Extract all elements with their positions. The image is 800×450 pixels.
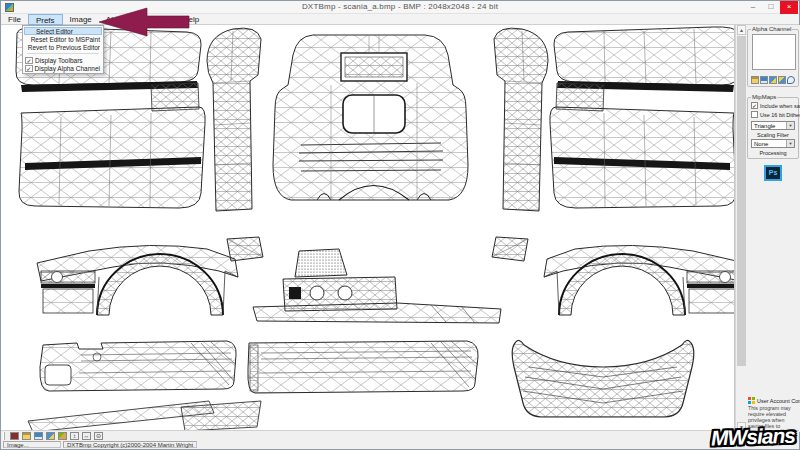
alpha-channel-group: Alpha Channel xyxy=(747,29,799,87)
menu-file[interactable]: File xyxy=(1,14,28,25)
minimize-button[interactable]: – xyxy=(744,1,762,14)
texture-canvas[interactable] xyxy=(1,25,735,432)
use-16bit-dither-row[interactable]: Use 16 bit Dither xyxy=(751,111,796,118)
menu-item-reset-editor[interactable]: Reset Editor to MSPaint xyxy=(24,35,102,43)
menu-item-select-editor[interactable]: Select Editor xyxy=(24,27,102,35)
swap-horizontal-icon[interactable]: ↔ xyxy=(82,432,91,440)
mipmaps-group: MipMaps ✓ Include when saving Use 16 bit… xyxy=(747,97,799,159)
status-image-panel: Image... xyxy=(3,441,61,448)
chevron-down-icon[interactable]: ▼ xyxy=(786,140,794,147)
menu-separator xyxy=(27,53,99,54)
status-copyright-panel: DXTBmp Copyright (c)2000-2004 Martin Wri… xyxy=(63,441,197,448)
scroll-up-icon[interactable]: ▲ xyxy=(737,25,746,35)
processing-label: Processing xyxy=(748,150,798,156)
maximize-button[interactable]: □ xyxy=(762,1,780,14)
checkmark-icon: ✓ xyxy=(25,57,33,64)
save-file-icon[interactable] xyxy=(34,432,43,440)
close-button[interactable]: × xyxy=(780,1,798,14)
checkbox-checked-icon[interactable]: ✓ xyxy=(751,102,758,109)
scaling-filter-label: Scaling Filter xyxy=(748,132,798,138)
prefs-dropdown-menu: Select Editor Reset Editor to MSPaint Re… xyxy=(22,25,104,74)
menu-image[interactable]: Image xyxy=(63,14,99,25)
scrollbar-thumb[interactable] xyxy=(737,36,746,366)
toolbar-grip[interactable] xyxy=(3,432,5,440)
open-file-icon[interactable] xyxy=(22,432,31,440)
include-when-saving-row[interactable]: ✓ Include when saving xyxy=(751,102,796,109)
dxtbmp-app-icon[interactable] xyxy=(10,432,19,440)
import-alpha-icon[interactable] xyxy=(769,76,777,84)
view-alpha-icon[interactable] xyxy=(787,76,795,84)
chevron-down-icon[interactable]: ▼ xyxy=(786,122,794,129)
menu-item-display-toolbars[interactable]: ✓ Display Toolbars xyxy=(24,56,102,64)
zoom-view-icon[interactable]: ⊙ xyxy=(94,432,103,440)
bottom-toolbar: ↕ ↔ ⊙ xyxy=(1,430,799,440)
scaling-filter-select[interactable]: None ▼ xyxy=(751,139,795,148)
alpha-channel-thumbnail[interactable] xyxy=(752,34,796,70)
menu-item-display-alpha-channel[interactable]: ✓ Display Alpha Channel xyxy=(24,64,102,72)
menu-item-revert-editor[interactable]: Revert to Previous Editor xyxy=(24,43,102,51)
uv-wireframe-drawing xyxy=(1,25,735,432)
open-alpha-icon[interactable] xyxy=(751,76,759,84)
export-alpha-icon[interactable] xyxy=(778,76,786,84)
checkbox-unchecked-icon[interactable] xyxy=(751,111,758,118)
menu-check-spacer xyxy=(25,36,29,43)
right-panel: Alpha Channel MipMaps ✓ Include when sav… xyxy=(746,25,800,432)
watermark-logo: MWsians xyxy=(711,424,796,450)
mip-filter-select[interactable]: Triangle ▼ xyxy=(751,121,795,130)
flip-vertical-icon[interactable]: ↕ xyxy=(70,432,79,440)
menu-check-spacer xyxy=(25,44,26,51)
dxtbmp-window: DXTBmp - scania_a.bmp - BMP : 2048x2048 … xyxy=(0,0,800,450)
send-to-editor-icon[interactable] xyxy=(58,432,67,440)
status-bar: Image... DXTBmp Copyright (c)2000-2004 M… xyxy=(1,440,799,449)
windows-flag-icon xyxy=(748,397,755,404)
uac-title: User Account Control xyxy=(757,398,800,404)
reload-image-icon[interactable] xyxy=(46,432,55,440)
mipmaps-label: MipMaps xyxy=(751,94,777,100)
save-alpha-icon[interactable] xyxy=(760,76,768,84)
menu-check-spacer xyxy=(26,28,34,35)
photoshop-editor-button[interactable]: Ps xyxy=(764,165,782,181)
alpha-channel-label: Alpha Channel xyxy=(751,26,792,32)
canvas-vertical-scrollbar[interactable]: ▲ ▼ xyxy=(735,25,746,432)
checkmark-icon: ✓ xyxy=(25,65,33,72)
menu-prefs[interactable]: Prefs xyxy=(28,14,63,25)
annotation-arrow-icon xyxy=(97,7,191,39)
